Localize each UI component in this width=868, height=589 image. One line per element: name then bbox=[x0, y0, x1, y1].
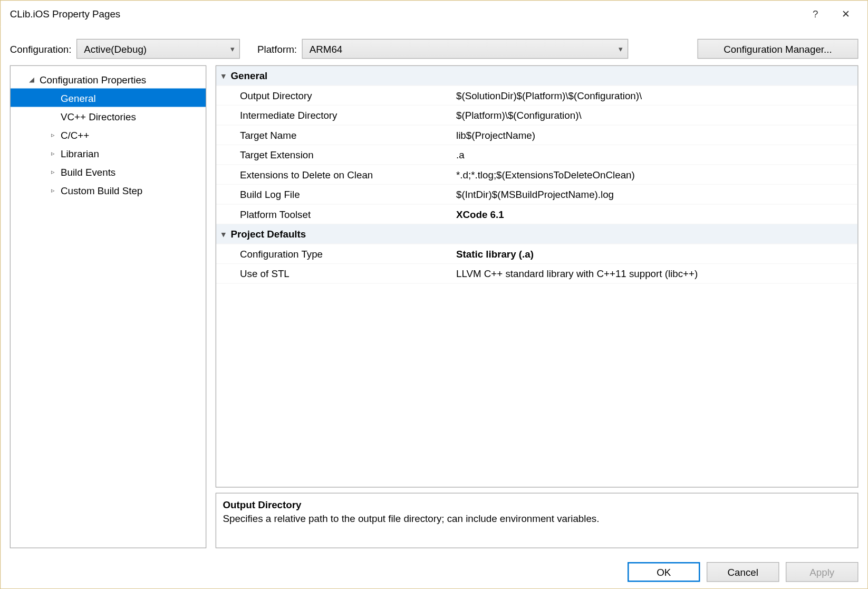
tree-item-general[interactable]: General bbox=[11, 89, 206, 107]
tree-item-build-events[interactable]: ▹ Build Events bbox=[11, 163, 206, 181]
prop-target-name[interactable]: Target Name lib$(ProjectName) bbox=[216, 126, 857, 146]
prop-value[interactable]: $(SolutionDir)$(Platform)\$(Configuratio… bbox=[454, 90, 857, 101]
platform-value: ARM64 bbox=[310, 43, 343, 54]
window-title: CLib.iOS Property Pages bbox=[10, 8, 801, 19]
category-project-defaults[interactable]: ▾ Project Defaults bbox=[216, 224, 857, 244]
description-body: Specifies a relative path to the output … bbox=[223, 512, 851, 524]
prop-value[interactable]: lib$(ProjectName) bbox=[454, 129, 857, 140]
tree-item-label: Configuration Properties bbox=[40, 73, 146, 84]
prop-value[interactable]: LLVM C++ standard library with C++11 sup… bbox=[454, 268, 857, 279]
prop-value[interactable]: $(IntDir)$(MSBuildProjectName).log bbox=[454, 189, 857, 200]
tree-item-configuration-properties[interactable]: ◢ Configuration Properties bbox=[11, 70, 206, 89]
prop-use-of-stl[interactable]: Use of STL LLVM C++ standard library wit… bbox=[216, 264, 857, 284]
nav-tree[interactable]: ◢ Configuration Properties General VC++ … bbox=[10, 65, 207, 548]
titlebar: CLib.iOS Property Pages ? ✕ bbox=[1, 1, 867, 27]
prop-key: Configuration Type bbox=[216, 248, 454, 259]
chevron-down-icon: ▾ bbox=[619, 44, 623, 54]
prop-output-directory[interactable]: Output Directory $(SolutionDir)$(Platfor… bbox=[216, 86, 857, 106]
cancel-button[interactable]: Cancel bbox=[707, 562, 779, 582]
prop-key: Platform Toolset bbox=[216, 208, 454, 220]
close-button[interactable]: ✕ bbox=[831, 3, 861, 24]
tree-item-label: Librarian bbox=[61, 147, 99, 158]
config-manager-button[interactable]: Configuration Manager... bbox=[698, 39, 859, 59]
category-label: General bbox=[231, 70, 268, 81]
category-label: Project Defaults bbox=[231, 229, 306, 240]
prop-platform-toolset[interactable]: Platform Toolset XCode 6.1 bbox=[216, 205, 857, 225]
prop-value[interactable]: $(Platform)\$(Configuration)\ bbox=[454, 110, 857, 121]
chevron-right-icon: ▹ bbox=[47, 186, 58, 194]
configuration-value: Active(Debug) bbox=[84, 43, 147, 54]
dialog-footer: OK Cancel Apply bbox=[628, 562, 859, 582]
chevron-down-icon: ▾ bbox=[221, 71, 226, 80]
property-grid[interactable]: ▾ General Output Directory $(SolutionDir… bbox=[216, 65, 859, 488]
prop-value[interactable]: Static library (.a) bbox=[454, 248, 857, 259]
chevron-right-icon: ▹ bbox=[47, 168, 58, 175]
prop-intermediate-directory[interactable]: Intermediate Directory $(Platform)\$(Con… bbox=[216, 106, 857, 126]
chevron-right-icon: ▹ bbox=[47, 149, 58, 157]
prop-key: Target Extension bbox=[216, 149, 454, 160]
prop-key: Build Log File bbox=[216, 189, 454, 200]
tree-item-label: General bbox=[61, 92, 96, 103]
configuration-label: Configuration: bbox=[10, 43, 72, 54]
tree-item-label: Build Events bbox=[61, 166, 115, 177]
chevron-down-icon: ◢ bbox=[26, 75, 37, 83]
prop-key: Use of STL bbox=[216, 268, 454, 279]
chevron-right-icon: ▹ bbox=[47, 131, 58, 138]
prop-build-log-file[interactable]: Build Log File $(IntDir)$(MSBuildProject… bbox=[216, 185, 857, 205]
prop-configuration-type[interactable]: Configuration Type Static library (.a) bbox=[216, 244, 857, 264]
help-button[interactable]: ? bbox=[801, 3, 831, 24]
description-panel: Output Directory Specifies a relative pa… bbox=[216, 493, 859, 548]
prop-value[interactable]: *.d;*.tlog;$(ExtensionsToDeleteOnClean) bbox=[454, 169, 857, 180]
apply-button[interactable]: Apply bbox=[786, 562, 859, 582]
platform-label: Platform: bbox=[257, 43, 297, 54]
tree-item-librarian[interactable]: ▹ Librarian bbox=[11, 144, 206, 163]
ok-button[interactable]: OK bbox=[628, 562, 700, 582]
prop-key: Intermediate Directory bbox=[216, 110, 454, 121]
prop-target-extension[interactable]: Target Extension .a bbox=[216, 145, 857, 165]
tree-item-label: VC++ Directories bbox=[61, 110, 136, 121]
tree-item-custom-build-step[interactable]: ▹ Custom Build Step bbox=[11, 181, 206, 200]
chevron-down-icon: ▾ bbox=[221, 229, 226, 239]
prop-key: Output Directory bbox=[216, 90, 454, 101]
chevron-down-icon: ▾ bbox=[230, 44, 235, 54]
configuration-dropdown[interactable]: Active(Debug) ▾ bbox=[77, 39, 240, 59]
prop-key: Target Name bbox=[216, 129, 454, 140]
platform-dropdown[interactable]: ARM64 ▾ bbox=[302, 39, 629, 59]
description-heading: Output Directory bbox=[223, 499, 851, 510]
tree-item-vcpp-directories[interactable]: VC++ Directories bbox=[11, 107, 206, 126]
prop-extensions-delete-on-clean[interactable]: Extensions to Delete on Clean *.d;*.tlog… bbox=[216, 165, 857, 185]
tree-item-label: C/C++ bbox=[61, 129, 89, 140]
tree-item-c-cpp[interactable]: ▹ C/C++ bbox=[11, 126, 206, 144]
prop-value[interactable]: .a bbox=[454, 149, 857, 160]
prop-value[interactable]: XCode 6.1 bbox=[454, 208, 857, 220]
prop-key: Extensions to Delete on Clean bbox=[216, 169, 454, 180]
config-toolbar: Configuration: Active(Debug) ▾ Platform:… bbox=[1, 27, 867, 65]
tree-item-label: Custom Build Step bbox=[61, 184, 142, 195]
category-general[interactable]: ▾ General bbox=[216, 66, 857, 86]
